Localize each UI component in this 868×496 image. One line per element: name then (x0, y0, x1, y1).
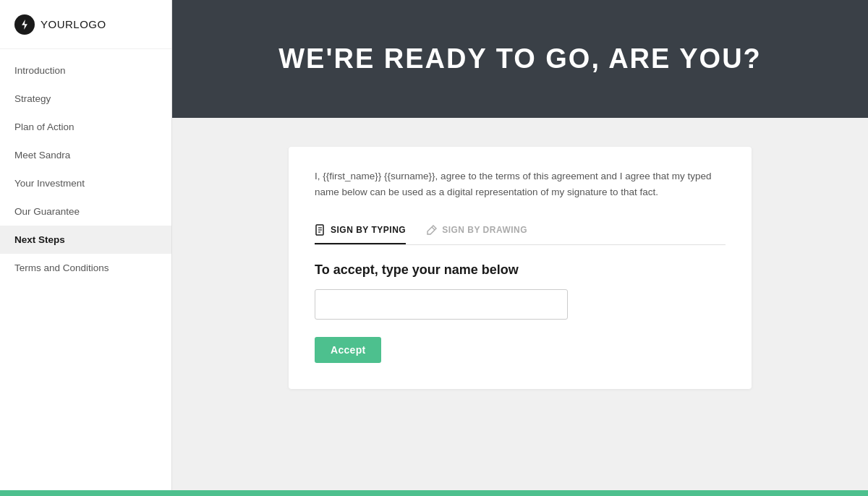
sidebar: YOURLOGO IntroductionStrategyPlan of Act… (0, 0, 172, 496)
tab-typing-label: SIGN BY TYPING (331, 225, 406, 235)
svg-line-5 (432, 227, 435, 230)
pen-icon (426, 224, 438, 236)
sidebar-item-meet-sandra[interactable]: Meet Sandra (0, 141, 171, 169)
sidebar-item-strategy[interactable]: Strategy (0, 85, 171, 113)
sidebar-item-introduction[interactable]: Introduction (0, 56, 171, 85)
hero-title: WE'RE READY TO GO, ARE YOU? (278, 43, 762, 74)
sidebar-item-plan-of-action[interactable]: Plan of Action (0, 113, 171, 141)
accept-label: To accept, type your name below (315, 262, 726, 278)
sidebar-item-your-investment[interactable]: Your Investment (0, 169, 171, 197)
main-content: WE'RE READY TO GO, ARE YOU? I, {{first_n… (172, 0, 868, 496)
svg-marker-0 (22, 20, 27, 30)
name-input[interactable] (315, 289, 568, 320)
agreement-text: I, {{first_name}} {{surname}}, agree to … (315, 168, 726, 200)
sidebar-item-next-steps[interactable]: Next Steps (0, 226, 171, 254)
tab-sign-by-drawing[interactable]: SIGN BY DRAWING (426, 217, 527, 244)
sidebar-nav: IntroductionStrategyPlan of ActionMeet S… (0, 49, 171, 496)
bottom-accent-bar (0, 490, 868, 496)
book-icon (315, 224, 326, 236)
logo-area: YOURLOGO (0, 0, 171, 49)
logo-text: YOURLOGO (41, 18, 106, 30)
tab-drawing-label: SIGN BY DRAWING (442, 225, 527, 235)
logo-icon (14, 14, 35, 35)
tab-sign-by-typing[interactable]: SIGN BY TYPING (315, 217, 406, 244)
signature-tabs: SIGN BY TYPING SIGN BY DRAWING (315, 217, 726, 245)
hero-banner: WE'RE READY TO GO, ARE YOU? (172, 0, 868, 118)
signature-card: I, {{first_name}} {{surname}}, agree to … (289, 147, 752, 389)
accept-button[interactable]: Accept (315, 337, 381, 363)
sidebar-item-our-guarantee[interactable]: Our Guarantee (0, 197, 171, 226)
sidebar-item-terms-and-conditions[interactable]: Terms and Conditions (0, 254, 171, 282)
content-area: I, {{first_name}} {{surname}}, agree to … (172, 118, 868, 496)
